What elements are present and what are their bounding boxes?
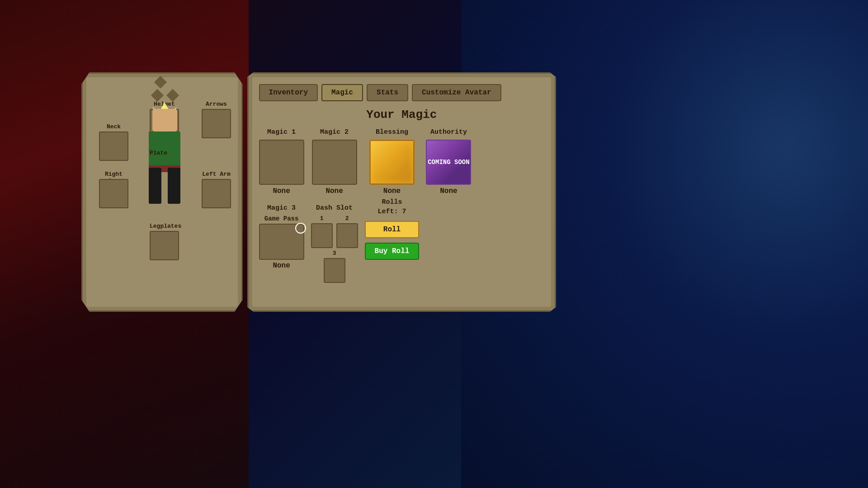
dash-slots-section: Dash Slot 1 2 3 <box>311 204 358 283</box>
blessing-header: Blessing <box>376 128 408 136</box>
buy-roll-button[interactable]: Buy Roll <box>365 243 420 260</box>
blessing-column: Blessing None RollsLeft: 7 Roll Buy Roll <box>365 128 420 260</box>
magic1-column: Magic 1 None Magic 3 Game Pass None <box>259 128 304 270</box>
deco-diamond-left <box>151 89 164 102</box>
magic-title: Your Magic <box>259 108 544 122</box>
dash-slot-2[interactable] <box>336 223 358 248</box>
magic-panel: Inventory Magic Stats Customize Avatar Y… <box>247 72 556 312</box>
equipment-panel-inner: Neck Helmet Arrows Plate Right Arm <box>86 77 238 307</box>
dash-slot-2-label: 2 <box>345 215 349 222</box>
main-container: Neck Helmet Arrows Plate Right Arm <box>81 72 556 312</box>
tab-bar: Inventory Magic Stats Customize Avatar <box>259 84 544 101</box>
blessing-slot[interactable] <box>369 140 415 185</box>
magic2-value: None <box>326 187 343 195</box>
authority-column: Authority COMING SOON None <box>426 128 471 195</box>
arrows-label: Arrows <box>202 101 231 108</box>
magic3-value: None <box>273 262 290 270</box>
roll-button[interactable]: Roll <box>365 221 420 238</box>
magic3-slot-wrap: Game Pass <box>259 215 304 260</box>
dash-slot-1-wrap: 1 <box>311 215 333 248</box>
tab-inventory[interactable]: Inventory <box>259 84 318 101</box>
dash-slot-3[interactable] <box>324 258 345 283</box>
tab-stats[interactable]: Stats <box>367 84 408 101</box>
dash-slot-3-label: 3 <box>333 250 336 257</box>
rolls-info: RollsLeft: 7 <box>377 197 406 216</box>
deco-diamond-top <box>154 76 166 89</box>
magic2-column: Magic 2 None Dash Slot 1 2 <box>311 128 358 283</box>
authority-value: None <box>440 187 457 195</box>
magic1-header: Magic 1 <box>267 128 296 136</box>
magic2-slot[interactable] <box>312 140 357 185</box>
neck-label: Neck <box>99 123 128 130</box>
magic-panel-inner: Inventory Magic Stats Customize Avatar Y… <box>252 77 551 307</box>
dash-slots-group: 1 2 <box>311 215 358 248</box>
coming-soon-text: COMING SOON <box>428 158 469 166</box>
legplates-slot[interactable] <box>150 231 179 260</box>
blessing-value: None <box>383 187 401 195</box>
authority-header: Authority <box>430 128 467 136</box>
magic1-value: None <box>273 187 290 195</box>
left-arm-label: Left Arm <box>202 171 231 178</box>
dash-slot-header: Dash Slot <box>316 204 353 212</box>
tab-magic[interactable]: Magic <box>321 84 363 101</box>
char-head <box>152 109 177 131</box>
dash-slot-2-wrap: 2 <box>336 215 358 248</box>
authority-slot[interactable]: COMING SOON <box>426 140 471 185</box>
deco-diamond-right <box>166 89 179 102</box>
left-arm-slot[interactable] <box>202 179 231 208</box>
plate-label: Plate <box>150 150 167 156</box>
dash-slot-1-label: 1 <box>320 215 324 222</box>
right-arm-slot[interactable] <box>99 179 128 208</box>
magic-content: Magic 1 None Magic 3 Game Pass None <box>259 128 544 283</box>
dash-slot-3-wrap: 3 <box>324 250 345 283</box>
magic2-header: Magic 2 <box>320 128 349 136</box>
magic3-slot[interactable] <box>259 224 304 260</box>
neck-slot[interactable] <box>99 131 128 161</box>
legplates-label: Legplates <box>150 223 179 230</box>
magic3-section: Magic 3 Game Pass None <box>259 204 304 270</box>
magic3-header: Magic 3 <box>267 204 296 212</box>
dash-slot-1[interactable] <box>311 223 333 248</box>
magic1-slot[interactable] <box>259 140 304 185</box>
arrows-slot[interactable] <box>202 109 231 138</box>
character-sprite <box>140 109 189 235</box>
char-leftleg <box>149 168 161 204</box>
game-pass-label: Game Pass <box>264 215 299 222</box>
tab-customize[interactable]: Customize Avatar <box>412 84 501 101</box>
char-rightleg <box>168 168 180 204</box>
equipment-panel: Neck Helmet Arrows Plate Right Arm <box>81 72 243 312</box>
